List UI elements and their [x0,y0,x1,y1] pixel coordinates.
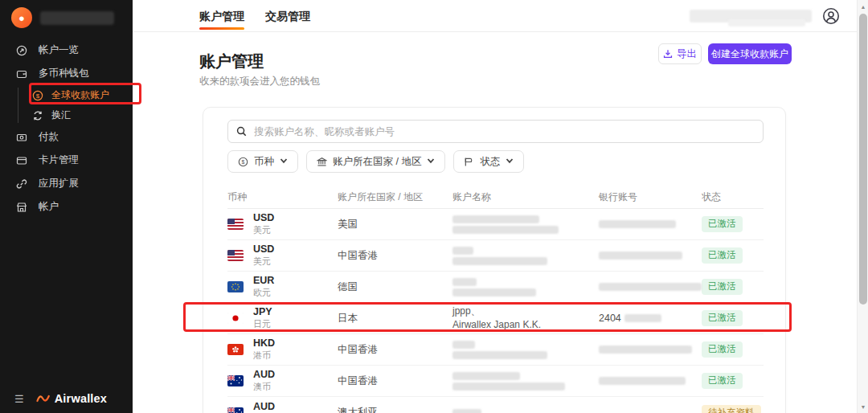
sidebar: ● 帐户一览 多币种钱包 $ 全球收款账户 换汇 [0,0,133,413]
account-name-cell [452,244,599,268]
account-name-cell: jppp、Airwallex Japan K.K. [452,305,599,333]
sidebar-item-payments[interactable]: 付款 [0,125,133,149]
page-header: 账户管理 收来的款项会进入您的钱包 导出 创建全球收款账户 [133,32,868,106]
table-row[interactable]: USD美元美国已激活 [227,209,764,240]
chevron-down-icon [506,156,514,167]
account-name-cell [452,338,599,362]
user-avatar-icon[interactable] [821,6,841,26]
redacted-text [452,382,565,391]
status-badge: 待补充资料 [702,405,761,413]
bank-number-text: - [599,407,602,413]
currency-name-cn: 美元 [253,256,274,268]
accounts-table: 币种 账户所在国家 / 地区 账户名称 银行账号 状态 USD美元美国已激活US… [227,190,764,413]
country-cell: 澳大利亚 [338,406,452,413]
currency-code: USD [253,243,274,256]
currency-name-cn: 欧元 [253,288,274,299]
scroll-up-icon[interactable]: ▲ [858,1,868,12]
table-row[interactable]: JPY日元日本jppp、Airwallex Japan K.K.2404已激活 [227,303,764,334]
currency-filter-button[interactable]: $ 币种 [227,150,298,173]
bank-icon [317,157,327,167]
country-filter-button[interactable]: 账户所在国家 / 地区 [306,150,445,173]
bank-number-cell [599,249,702,262]
status-badge: 已激活 [702,373,743,389]
redacted-text [452,278,477,286]
create-global-account-button[interactable]: 创建全球收款账户 [708,43,792,64]
export-label: 导出 [677,47,697,61]
table-row[interactable]: HKD港币中国香港已激活 [227,334,764,366]
table-row[interactable]: USD美元中国香港已激活 [227,240,764,272]
jp-flag [227,313,244,324]
chevron-down-icon [280,156,288,167]
collapse-sidebar-icon[interactable]: ☰ [14,394,24,404]
col-header-status: 状态 [702,190,764,204]
sidebar-item-label: 应用扩展 [39,177,79,190]
airwallex-logo-icon [36,394,51,403]
sidebar-item-global-receiving-account[interactable]: $ 全球收款账户 [18,85,133,105]
col-header-bank-number: 银行账号 [599,190,702,204]
tab-transaction-management[interactable]: 交易管理 [265,0,310,32]
redacted-text [624,314,661,322]
table-row[interactable]: EUR欧元德国已激活 [227,272,764,303]
page-title: 账户管理 [199,51,264,72]
sidebar-item-account[interactable]: 帐户 [0,195,133,219]
sidebar-nav: 帐户一览 多币种钱包 $ 全球收款账户 换汇 付款 [0,39,133,219]
workspace-switcher[interactable]: ● [0,0,133,35]
sidebar-item-account-overview[interactable]: 帐户一览 [0,39,133,62]
sidebar-item-multicurrency-wallet[interactable]: 多币种钱包 [0,62,133,85]
table-body: USD美元美国已激活USD美元中国香港已激活EUR欧元德国已激活JPY日元日本j… [227,209,764,413]
status-badge: 已激活 [702,247,743,264]
sidebar-item-exchange[interactable]: 换汇 [18,105,133,125]
tree-indent-line [18,88,18,123]
sidebar-item-label: 换汇 [51,108,71,122]
bank-number-cell: - [599,407,702,413]
table-header-row: 币种 账户所在国家 / 地区 账户名称 银行账号 状态 [227,190,764,209]
sidebar-subgroup: $ 全球收款账户 换汇 [0,85,133,125]
tab-account-management[interactable]: 账户管理 [199,0,244,32]
country-filter-label: 账户所在国家 / 地区 [333,155,421,169]
page-subtitle: 收来的款项会进入您的钱包 [199,75,320,88]
sidebar-item-label: 多币种钱包 [39,67,89,80]
bank-number-cell [599,218,702,231]
sidebar-item-app-extensions[interactable]: 应用扩展 [0,172,133,195]
brand-wordmark: Airwallex [55,392,107,405]
status-badge: 已激活 [702,310,743,326]
bank-number-cell [599,280,702,293]
currency-code: AUD [253,369,275,382]
search-input[interactable] [254,126,755,137]
bank-number-cell: 2404 [599,312,702,325]
currency-name-cn: 日元 [253,319,272,330]
scrollbar-thumb[interactable] [859,14,867,305]
redacted-text [599,377,686,385]
table-row[interactable]: AUD澳币中国香港已激活 [227,366,764,397]
country-cell: 中国香港 [338,249,452,263]
col-header-account-name: 账户名称 [452,190,599,204]
currency-code: JPY [253,306,272,319]
currency-code: USD [253,212,274,225]
table-row[interactable]: AUD澳币澳大利亚-待补充资料 [227,397,764,413]
status-flag-icon [464,157,474,167]
currency-code: EUR [253,275,274,288]
country-cell: 德国 [338,280,452,294]
status-filter-button[interactable]: 状态 [453,150,524,173]
vertical-scrollbar[interactable]: ▲ ▼ [857,0,868,413]
main-area: 账户管理 交易管理 账户管理 收来的款项会进入您的钱包 导出 创建全球收款账户 [133,0,868,413]
scroll-down-icon[interactable]: ▼ [858,401,868,412]
top-tabs: 账户管理 交易管理 [199,0,310,32]
us-flag [227,250,244,261]
download-icon [663,49,673,59]
sidebar-item-card-management[interactable]: 卡片管理 [0,149,133,172]
redacted-text [452,372,520,380]
airwallex-logo: Airwallex [36,392,107,405]
redacted-text [452,247,473,255]
au-flag [227,407,244,413]
status-badge: 已激活 [702,341,743,358]
extensions-icon [15,178,27,190]
top-navigation: 账户管理 交易管理 [133,0,868,32]
sidebar-item-label: 帐户 [39,200,59,214]
account-icon [15,201,27,213]
redacted-text [452,226,559,234]
status-badge: 已激活 [702,279,743,295]
export-button[interactable]: 导出 [658,43,702,64]
search-bar[interactable] [227,120,764,143]
country-cell: 日本 [338,312,452,325]
